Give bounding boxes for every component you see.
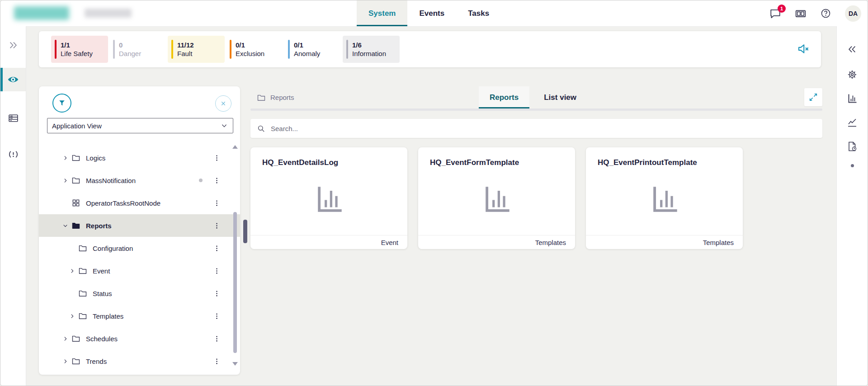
bar-chart-icon — [586, 184, 743, 215]
status-color-bar — [171, 40, 173, 59]
tab-reports-label: Reports — [490, 93, 519, 102]
kebab-menu-icon[interactable] — [212, 243, 221, 254]
scrollbar-thumb[interactable] — [233, 212, 237, 353]
report-card-eventprintouttemplate[interactable]: HQ_EventPrintoutTemplate Templates — [586, 147, 743, 249]
rail-item-reports[interactable] — [837, 88, 868, 109]
chevron-right-icon[interactable] — [62, 178, 71, 184]
status-chip-fault[interactable]: 11/12Fault — [168, 36, 225, 63]
report-card-category: Event — [250, 235, 407, 249]
breadcrumb[interactable]: Reports — [257, 86, 294, 108]
status-chip-information[interactable]: 1/6Information — [343, 36, 400, 63]
tree-item-label: MassNotification — [86, 177, 199, 184]
tab-events-label: Events — [419, 9, 444, 18]
notifications-button[interactable]: 1 — [769, 8, 781, 19]
status-count: 0 — [119, 41, 141, 49]
tab-system-label: System — [368, 9, 396, 18]
search-input[interactable] — [270, 124, 816, 133]
double-chevron-left-icon — [847, 44, 857, 54]
tree-item-label: Schedules — [86, 335, 212, 343]
tree-item-logics[interactable]: Logics — [39, 146, 240, 169]
main-content: Reports Reports List view HQ_EventDetail… — [250, 86, 822, 249]
tree-scrollbar[interactable] — [232, 145, 238, 371]
chevron-right-icon[interactable] — [69, 313, 78, 319]
search-bar — [250, 119, 822, 138]
tree-item-label: Configuration — [93, 245, 212, 252]
tree-item-operatortasksrootnode[interactable]: OperatorTasksRootNode — [39, 192, 240, 214]
tree-item-schedules[interactable]: Schedules — [39, 327, 240, 350]
filter-funnel-icon — [57, 99, 66, 108]
chevron-right-icon[interactable] — [62, 336, 71, 342]
view-selector-dropdown[interactable]: Application View — [47, 118, 233, 133]
expand-view-button[interactable] — [804, 88, 822, 106]
folder-icon — [257, 93, 266, 102]
expand-arrows-icon — [808, 92, 818, 102]
eye-icon — [7, 74, 19, 85]
tab-reports[interactable]: Reports — [479, 86, 529, 108]
tree-item-reports[interactable]: Reports — [39, 214, 240, 237]
kebab-menu-icon[interactable] — [212, 288, 221, 299]
tab-events[interactable]: Events — [407, 0, 456, 26]
rail-item-trends[interactable] — [837, 112, 868, 133]
scroll-down-arrow[interactable] — [232, 362, 238, 366]
view-selector-value: Application View — [52, 122, 220, 130]
status-categories: 1/1Life Safety 0Danger 11/12Fault 0/1Exc… — [51, 36, 400, 63]
tree-item-label: Status — [93, 290, 212, 297]
report-card-eventdetailslog[interactable]: HQ_EventDetailsLog Event — [250, 147, 407, 249]
help-button[interactable] — [820, 8, 831, 19]
status-count: 0/1 — [294, 41, 320, 49]
status-color-bar — [346, 40, 348, 59]
collapse-panel-button[interactable] — [837, 39, 868, 60]
user-avatar[interactable]: DA — [845, 5, 861, 22]
tab-tasks[interactable]: Tasks — [456, 0, 501, 26]
chevron-down-icon — [220, 122, 228, 130]
status-chip-exclusion[interactable]: 0/1Exclusion — [226, 36, 283, 63]
kebab-menu-icon[interactable] — [212, 333, 221, 344]
tab-list-view[interactable]: List view — [533, 86, 587, 108]
tree-item-status[interactable]: Status — [39, 282, 240, 305]
kebab-menu-icon[interactable] — [212, 356, 221, 367]
rail-item-system-browser[interactable] — [0, 68, 26, 91]
tree-item-event[interactable]: Event — [39, 259, 240, 282]
chevron-down-icon[interactable] — [62, 223, 71, 229]
bar-chart-icon — [418, 184, 575, 215]
status-color-bar — [55, 40, 57, 59]
kebab-menu-icon[interactable] — [212, 265, 221, 277]
status-count: 11/12 — [177, 41, 194, 49]
filter-button[interactable] — [52, 94, 71, 113]
kebab-menu-icon[interactable] — [212, 198, 221, 209]
tree-item-trends[interactable]: Trends — [39, 350, 240, 372]
app-name-redacted — [85, 9, 132, 18]
tree-item-configuration[interactable]: Configuration — [39, 237, 240, 259]
app-window: System Events Tasks 1 DA — [0, 0, 868, 386]
folder-icon — [71, 334, 86, 343]
folder-icon — [71, 153, 86, 162]
status-count: 0/1 — [236, 41, 264, 49]
status-color-bar — [113, 40, 115, 59]
rail-item-settings[interactable] — [837, 64, 868, 85]
chevron-right-icon[interactable] — [69, 268, 78, 274]
tree-item-massnotification[interactable]: MassNotification — [39, 169, 240, 192]
rail-item-notifications[interactable] — [0, 142, 26, 166]
report-card-eventformtemplate[interactable]: HQ_EventFormTemplate Templates — [418, 147, 575, 249]
kebab-menu-icon[interactable] — [212, 311, 221, 322]
status-chip-life-safety[interactable]: 1/1Life Safety — [51, 36, 108, 63]
kebab-menu-icon[interactable] — [212, 220, 221, 231]
system-browser-panel: Application View Logics MassNotification… — [39, 86, 240, 375]
kebab-menu-icon[interactable] — [212, 152, 221, 164]
chevron-right-icon[interactable] — [62, 155, 71, 161]
status-chip-anomaly[interactable]: 0/1Anomaly — [284, 36, 341, 63]
rail-item-devices[interactable] — [0, 106, 26, 130]
clear-filter-button[interactable] — [215, 95, 231, 112]
tab-system[interactable]: System — [357, 0, 407, 26]
scroll-up-arrow[interactable] — [232, 145, 238, 149]
kebab-menu-icon[interactable] — [212, 175, 221, 186]
tree-item-templates[interactable]: Templates — [39, 305, 240, 327]
expand-rail-button[interactable] — [0, 33, 26, 57]
mute-sound-button[interactable] — [797, 42, 810, 56]
status-chip-danger[interactable]: 0Danger — [109, 36, 166, 63]
panel-splitter-handle[interactable] — [243, 220, 247, 243]
chevron-right-icon[interactable] — [62, 358, 71, 364]
layout-columns-button[interactable] — [795, 8, 807, 19]
rail-item-scheduled-reports[interactable] — [837, 136, 868, 157]
folder-filled-icon — [71, 221, 86, 230]
